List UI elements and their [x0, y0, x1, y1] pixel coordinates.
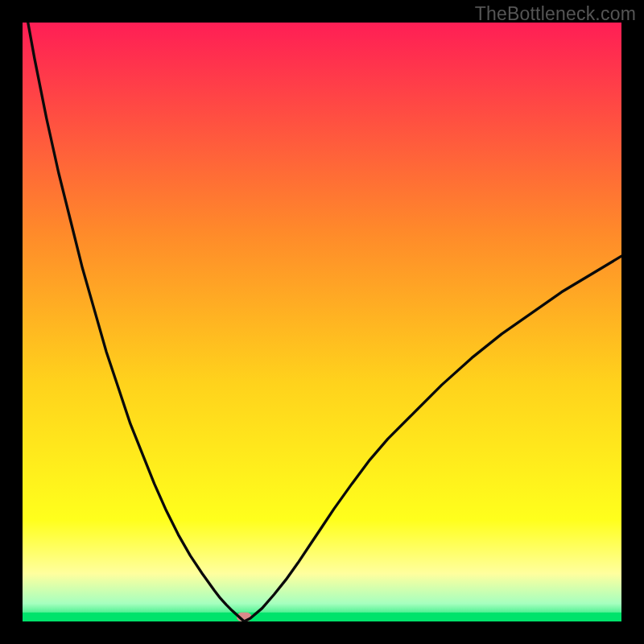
plot-svg [23, 23, 621, 621]
plot-area [23, 23, 621, 621]
green-band [23, 613, 621, 621]
chart-frame: TheBottleneck.com [0, 0, 644, 644]
gradient-background [23, 23, 621, 621]
watermark-text: TheBottleneck.com [475, 3, 636, 25]
